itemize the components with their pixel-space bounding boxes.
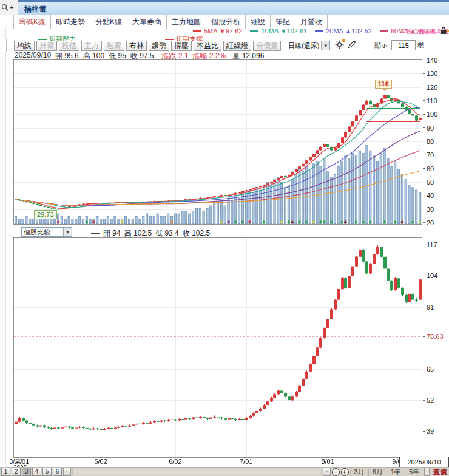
y-tick-30: 30: [423, 206, 434, 213]
left-panel-toggle[interactable]: [1, 39, 7, 52]
y-tick-104: 104: [423, 272, 437, 279]
chart-toolbar: 均線外資投信主力融資布林趨勢撐壓本益比紅綠燈分價量 日線(還原) ▼: [14, 40, 356, 51]
y-tick-110: 110: [423, 97, 437, 104]
y-tick-52: 52: [423, 396, 434, 404]
cmp-open-label: 開: [103, 229, 110, 237]
compare-kline-chart[interactable]: [13, 237, 422, 458]
add-icon[interactable]: +: [10, 4, 13, 11]
cmp-close-label: 收: [183, 229, 190, 237]
scroll-right-button[interactable]: ›: [323, 467, 331, 476]
toolbar-button-8[interactable]: 本益比: [194, 41, 221, 51]
tab-4[interactable]: 主力地圖: [166, 15, 206, 29]
toolbar-button-7[interactable]: 撐壓: [171, 41, 192, 51]
y-tick-20: 20: [423, 219, 434, 226]
toolbar-buttons: 均線外資投信主力融資布林趨勢撐壓本益比紅綠燈分價量: [14, 41, 281, 51]
y-tick-39: 39: [423, 427, 434, 435]
toolbar-button-1[interactable]: 外資: [36, 41, 57, 51]
y-tick-91: 91: [423, 304, 434, 311]
ma-legend-item-10MA: 10MA ▼102.61: [250, 27, 307, 35]
search-corner[interactable]: +: [0, 0, 18, 15]
tab-8[interactable]: 月營收: [295, 15, 328, 29]
stock-title: 楠梓電: [18, 2, 46, 15]
toolbar-button-0[interactable]: 均線: [14, 41, 35, 51]
page-button-1[interactable]: 1: [1, 467, 10, 476]
period-range-buttons: 3月6月1年5年: [350, 468, 424, 476]
tab-bar: 籌碼K線即時走勢分點K線大單券商主力地圖個股分析細說筆記月營收: [0, 15, 449, 27]
page-button-6[interactable]: 6: [53, 467, 62, 476]
page-button-3[interactable]: 3: [22, 467, 31, 476]
compare-mode-value: 個股比較: [22, 228, 63, 237]
zoom-out-icon[interactable]: −: [332, 468, 340, 476]
period-button-2[interactable]: 1年: [387, 468, 405, 476]
peak-price-annotation: 116: [375, 80, 392, 89]
page-button-2[interactable]: 2: [12, 467, 21, 476]
y-tick-70: 70: [423, 151, 434, 158]
lock-icon[interactable]: [440, 26, 447, 37]
zoom-in-icon[interactable]: +: [341, 468, 349, 476]
last-bar-date-box: 2025/09/10: [399, 457, 449, 467]
settings-gear-icon[interactable]: [335, 40, 344, 52]
tab-7[interactable]: 筆記: [270, 15, 295, 29]
chevron-down-icon: ▼: [63, 228, 72, 236]
toolbar-button-5[interactable]: 布林: [126, 41, 147, 51]
tab-1[interactable]: 即時走勢: [50, 15, 90, 29]
page-buttons: 123456: [1, 467, 62, 476]
left-panel-edge: [0, 27, 6, 466]
bottom-navigation-bar: 123456 ‹ › − + 3月6月1年5年 查價: [0, 467, 449, 476]
price-check-button[interactable]: 查價: [431, 467, 449, 476]
toolbar-button-4[interactable]: 融資: [104, 41, 124, 51]
tab-0[interactable]: 籌碼K線: [13, 15, 51, 29]
display-bars-input[interactable]: [391, 40, 416, 50]
chevron-down-icon: ▼: [321, 41, 329, 50]
toolbar-button-9[interactable]: 紅綠燈: [223, 41, 251, 51]
display-bars-control: 顯示: 根: [374, 40, 424, 50]
y-tick-100: 100: [423, 110, 437, 118]
compare-series-dash: [91, 233, 100, 234]
compare-kline-canvas[interactable]: [14, 238, 422, 457]
page-button-4[interactable]: 4: [32, 467, 41, 476]
x-label-7/01: 7/01: [240, 458, 252, 465]
toolbar-button-3[interactable]: 主力: [81, 41, 102, 51]
search-icon[interactable]: [1, 4, 9, 12]
scroll-left-button[interactable]: ‹: [63, 467, 71, 476]
main-kline-chart[interactable]: [13, 59, 422, 225]
y-tick-80: 80: [423, 138, 434, 145]
page-button-5[interactable]: 5: [42, 467, 52, 476]
display-unit: 根: [417, 41, 424, 50]
tab-6[interactable]: 細說: [245, 15, 271, 29]
x-label-6/02: 6/02: [169, 458, 181, 465]
title-bar: + 楠梓電: [0, 0, 449, 15]
x-label-8/01: 8/01: [321, 458, 334, 465]
toolbar-button-6[interactable]: 趨勢: [149, 41, 169, 51]
y-tick-50: 50: [423, 178, 434, 186]
ma-legend-dash: [380, 30, 388, 32]
y-tick-117: 117: [423, 241, 437, 248]
ma-legend-text: 5MA ▼97.62: [204, 27, 242, 35]
y-tick-40: 40: [423, 192, 434, 199]
horizontal-scrollbar-track[interactable]: [72, 469, 322, 475]
title-bar-background: 楠梓電: [18, 0, 449, 15]
cmp-low-label: 低: [155, 229, 163, 237]
ma-legend-item-5MA: 5MA ▼97.62: [193, 27, 242, 35]
y-tick-60: 60: [423, 165, 434, 172]
ma-legend-dash: [193, 30, 201, 32]
toolbar-button-10[interactable]: 分價量: [253, 41, 281, 51]
tab-2[interactable]: 分點K線: [90, 15, 127, 29]
toolbar-button-2[interactable]: 投信: [59, 41, 79, 51]
compare-mode-select[interactable]: 個股比較 ▼: [21, 227, 72, 237]
period-type-select[interactable]: 日線(還原) ▼: [286, 41, 330, 50]
tab-5[interactable]: 個股分析: [206, 15, 246, 29]
cmp-high-label: 高: [124, 229, 132, 237]
ma-legend-dash: [250, 30, 258, 32]
draw-pencil-icon[interactable]: [348, 40, 356, 51]
x-label-5/02: 5/02: [94, 458, 107, 465]
period-button-3[interactable]: 5年: [405, 468, 423, 476]
y-tick-130: 130: [423, 70, 437, 77]
range-dropdown-button[interactable]: [424, 467, 430, 476]
period-button-1[interactable]: 6月: [368, 468, 387, 476]
tab-3[interactable]: 大單券商: [127, 15, 167, 29]
y-tick-65: 65: [423, 365, 434, 373]
ma-legend-text: 20MA ▲102.52: [326, 27, 372, 35]
main-kline-canvas[interactable]: [14, 59, 422, 224]
period-button-0[interactable]: 3月: [350, 468, 368, 476]
